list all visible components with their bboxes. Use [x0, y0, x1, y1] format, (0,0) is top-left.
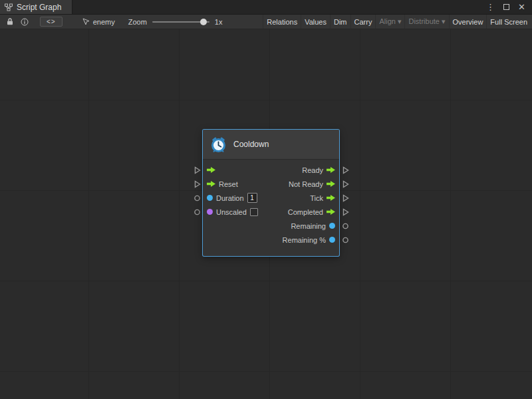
toolbar-button-full-screen[interactable]: Full Screen	[486, 15, 531, 29]
tab-title: Script Graph	[17, 3, 61, 12]
port-label: Ready	[302, 166, 323, 174]
flow-in-port-icon[interactable]	[207, 180, 215, 188]
zoom-control: Zoom 1x	[128, 18, 223, 26]
external-output-port[interactable]	[339, 233, 351, 247]
flow-out-port-icon[interactable]	[327, 180, 335, 188]
external-input-port[interactable]	[191, 163, 203, 177]
tab-script-graph[interactable]: Script Graph	[0, 0, 72, 14]
flow-out-port-icon[interactable]	[327, 194, 335, 201]
graph-toolbar: <> enemy Zoom 1x RelationsValuesDimCarry…	[0, 15, 532, 29]
cursor-icon	[82, 18, 90, 25]
flow-in-port-icon[interactable]	[207, 166, 215, 174]
zoom-slider-knob[interactable]	[200, 19, 207, 25]
menu-icon[interactable]: ⋮	[486, 3, 495, 11]
lock-icon[interactable]	[3, 15, 17, 29]
external-output-port[interactable]	[339, 177, 351, 191]
port-label: Duration	[216, 194, 244, 202]
markers-right	[339, 130, 351, 247]
external-input-port[interactable]	[191, 205, 203, 219]
duration-input[interactable]: 1	[247, 193, 257, 203]
window-titlebar: Script Graph ⋮ ✕	[0, 0, 532, 15]
node-row: Ready	[203, 163, 339, 177]
toolbar-button-overview[interactable]: Overview	[449, 15, 487, 29]
zoom-value: 1x	[215, 18, 223, 26]
port-label: Tick	[310, 194, 323, 202]
external-output-port[interactable]	[339, 205, 351, 219]
node-row: Duration1Tick	[203, 191, 339, 205]
markers-left	[191, 130, 203, 247]
value-in-port-icon[interactable]	[207, 195, 213, 201]
port-label: Remaining	[291, 222, 326, 230]
value-out-port-icon[interactable]	[329, 223, 335, 229]
graph-target[interactable]: enemy	[82, 18, 115, 26]
code-preview-button[interactable]: <>	[40, 17, 63, 27]
node-row: Remaining	[203, 219, 339, 233]
external-input-port[interactable]	[191, 191, 203, 205]
target-label: enemy	[93, 18, 115, 26]
toolbar-button-relations[interactable]: Relations	[263, 15, 301, 29]
unscaled-checkbox[interactable]	[250, 208, 258, 216]
value-out-port-icon[interactable]	[329, 237, 335, 243]
toolbar-button-carry[interactable]: Carry	[350, 15, 376, 29]
node-row: UnscaledCompleted	[203, 205, 339, 219]
external-output-port[interactable]	[339, 219, 351, 233]
node-row: Remaining %	[203, 233, 339, 247]
toolbar-buttons: RelationsValuesDimCarryAlign ▾Distribute…	[263, 15, 532, 29]
flow-out-port-icon[interactable]	[327, 166, 335, 174]
node-body: ReadyResetNot ReadyDuration1TickUnscaled…	[203, 160, 339, 256]
flow-out-port-icon[interactable]	[327, 208, 335, 215]
external-output-port[interactable]	[339, 163, 351, 177]
toolbar-button-align: Align ▾	[375, 15, 404, 29]
port-label: Unscaled	[216, 208, 247, 216]
node-header: Cooldown	[203, 130, 339, 160]
port-label: Completed	[288, 208, 323, 216]
script-graph-icon	[5, 3, 13, 11]
port-label: Reset	[219, 180, 238, 188]
window-controls: ⋮ ✕	[486, 0, 532, 14]
cooldown-node-wrap: Cooldown ReadyResetNot ReadyDuration1Tic…	[191, 130, 351, 256]
external-output-port[interactable]	[339, 191, 351, 205]
close-icon[interactable]: ✕	[518, 3, 525, 11]
toolbar-button-dim[interactable]: Dim	[330, 15, 350, 29]
toolbar-button-distribute: Distribute ▾	[404, 15, 448, 29]
value-in-port-icon[interactable]	[207, 209, 213, 215]
port-label: Remaining %	[283, 236, 326, 244]
node-title: Cooldown	[233, 140, 269, 149]
zoom-label: Zoom	[128, 18, 147, 26]
info-icon[interactable]	[17, 15, 32, 29]
cooldown-node[interactable]: Cooldown ReadyResetNot ReadyDuration1Tic…	[203, 130, 339, 256]
port-label: Not Ready	[289, 180, 323, 188]
graph-canvas[interactable]: Cooldown ReadyResetNot ReadyDuration1Tic…	[0, 29, 532, 399]
node-row: ResetNot Ready	[203, 177, 339, 191]
external-input-port[interactable]	[191, 177, 203, 191]
toolbar-button-values[interactable]: Values	[301, 15, 330, 29]
alarm-clock-icon	[209, 136, 227, 154]
zoom-slider[interactable]	[152, 21, 209, 23]
maximize-icon[interactable]	[503, 4, 509, 10]
